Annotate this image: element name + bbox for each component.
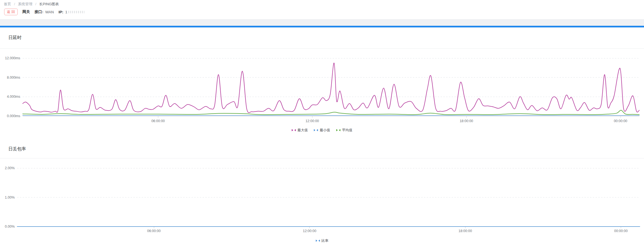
x-axis-label: 06:00:00	[151, 119, 165, 123]
packet-loss-chart-legend: 比率	[0, 238, 644, 243]
legend-item[interactable]: 比率	[316, 238, 329, 243]
topbar: 首页 / 系统管理 / 长PING图表 返 回 网关 接口: WAN IP: 1	[0, 0, 644, 19]
breadcrumb-home[interactable]: 首页	[4, 2, 11, 6]
legend-label: 比率	[322, 238, 329, 243]
legend-marker-icon	[314, 129, 318, 131]
y-axis-label: 8.000ms	[7, 76, 20, 79]
long-ping-chart-page: 首页 / 系统管理 / 长PING图表 返 回 网关 接口: WAN IP: 1…	[0, 0, 644, 243]
legend-marker-icon	[292, 129, 296, 131]
y-axis-label: 4.000ms	[7, 95, 20, 99]
legend-label: 平均值	[342, 128, 353, 133]
active-tab-underline	[0, 26, 644, 27]
back-button[interactable]: 返 回	[4, 9, 18, 15]
y-axis-label: 2.00%	[5, 166, 15, 170]
interface-value: WAN	[45, 10, 54, 14]
x-axis-label: 18:00:00	[459, 229, 472, 233]
interface-label: 接口:	[35, 9, 43, 14]
breadcrumb: 首页 / 系统管理 / 长PING图表	[0, 0, 644, 7]
breadcrumb-system-management[interactable]: 系统管理	[18, 2, 32, 6]
y-axis-label: 0.000ms	[7, 114, 20, 118]
ip-label: IP:	[59, 10, 63, 14]
packet-loss-chart-title: 日丢包率	[8, 146, 644, 152]
legend-item[interactable]: 最大值	[292, 128, 308, 133]
ip-value: 1	[65, 10, 68, 14]
x-axis-label: 12:00:00	[303, 229, 316, 233]
packet-loss-chart-canvas[interactable]: 0.00%1.00%2.00%06:00:0012:00:0018:00:000…	[0, 158, 644, 234]
ip-redacted-smudge	[68, 11, 84, 13]
latency-chart-title: 日延时	[8, 35, 644, 41]
y-axis-label: 0.00%	[5, 225, 15, 228]
series-line-最大值	[23, 63, 639, 113]
charts-panel: 日延时 0.000ms4.000ms8.000ms12.000ms06:00:0…	[0, 35, 644, 243]
toolbar: 返 回 网关 接口: WAN IP: 1	[0, 9, 644, 15]
latency-chart-legend: 最大值最小值平均值	[0, 128, 644, 133]
latency-chart-card: 日延时 0.000ms4.000ms8.000ms12.000ms06:00:0…	[0, 35, 644, 133]
legend-label: 最大值	[298, 128, 308, 133]
legend-marker-icon	[316, 240, 320, 242]
breadcrumb-separator: /	[35, 2, 37, 6]
latency-chart-canvas[interactable]: 0.000ms4.000ms8.000ms12.000ms06:00:0012:…	[0, 49, 644, 125]
y-axis-label: 1.00%	[5, 196, 15, 199]
x-axis-label: 00:00:00	[614, 119, 627, 123]
packet-loss-chart-card: 日丢包率 0.00%1.00%2.00%06:00:0012:00:0018:0…	[0, 146, 644, 243]
breadcrumb-separator: /	[14, 2, 15, 6]
legend-item[interactable]: 平均值	[336, 128, 353, 133]
legend-item[interactable]: 最小值	[314, 128, 330, 133]
x-axis-label: 06:00:00	[147, 229, 161, 233]
gateway-label: 网关	[22, 9, 30, 14]
x-axis-label: 18:00:00	[460, 119, 473, 123]
x-axis-label: 12:00:00	[306, 119, 319, 123]
tab-strip	[0, 19, 644, 26]
breadcrumb-current-page: 长PING图表	[39, 2, 59, 6]
legend-label: 最小值	[320, 128, 330, 133]
legend-marker-icon	[336, 129, 340, 131]
series-line-平均值	[23, 110, 639, 115]
y-axis-label: 12.000ms	[5, 56, 20, 60]
x-axis-label: 00:00:00	[614, 229, 628, 233]
